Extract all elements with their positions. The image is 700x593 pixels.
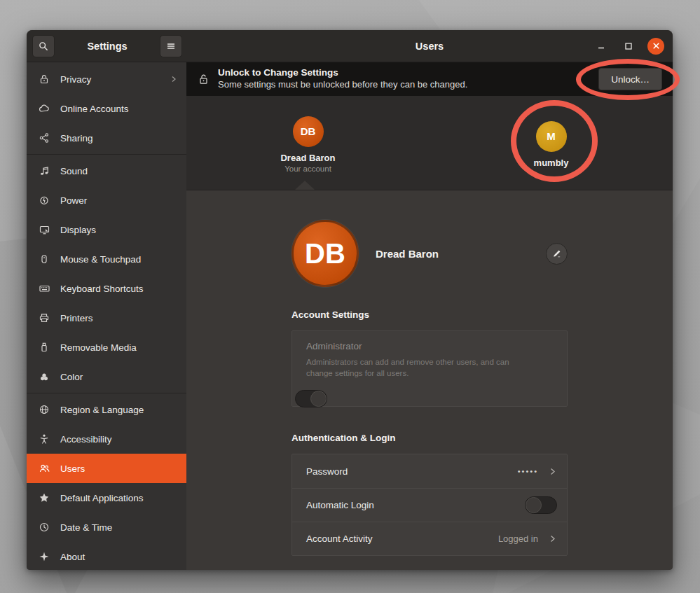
administrator-row: Administrator Administrators can add and…	[292, 331, 567, 406]
chevron-right-icon	[170, 75, 178, 83]
sidebar-items: Privacy Online Accounts Sharing	[27, 62, 186, 570]
sidebar-item-mouse-touchpad[interactable]: Mouse & Touchpad	[27, 244, 186, 274]
sidebar-item-online-accounts[interactable]: Online Accounts	[27, 94, 186, 123]
minimize-button[interactable]	[593, 38, 610, 55]
edit-name-button[interactable]	[546, 243, 568, 265]
sidebar-item-keyboard-shortcuts[interactable]: Keyboard Shortcuts	[27, 274, 186, 303]
profile-name: Dread Baron	[376, 248, 439, 260]
unlock-banner: Unlock to Change Settings Some settings …	[186, 62, 673, 96]
sidebar-item-users[interactable]: Users	[27, 454, 186, 483]
sidebar-item-label: Removable Media	[60, 342, 178, 353]
user-detail-panel: DB Dread Baron Account Settings Administ…	[186, 190, 673, 570]
lock-icon	[198, 73, 210, 85]
hamburger-icon	[165, 41, 177, 52]
carousel-user-mumbly[interactable]: M mumbly	[430, 96, 673, 190]
banner-title: Unlock to Change Settings	[218, 67, 590, 79]
automatic-login-label: Automatic Login	[306, 500, 374, 510]
sidebar-item-label: Sharing	[60, 133, 178, 144]
avatar: M	[536, 121, 567, 152]
mouse-icon	[38, 253, 50, 265]
sidebar: Settings Privacy Onl	[27, 30, 186, 570]
administrator-toggle[interactable]	[295, 390, 327, 407]
password-label: Password	[306, 466, 348, 477]
chevron-right-icon	[548, 534, 557, 543]
sidebar-item-sharing[interactable]: Sharing	[27, 123, 186, 153]
sidebar-item-label: Users	[60, 463, 178, 474]
main-panel: Users Unlock to Change Settings Some set…	[186, 30, 673, 570]
password-value: •••••	[518, 467, 538, 475]
sidebar-item-region-language[interactable]: Region & Language	[27, 395, 186, 424]
sidebar-item-label: Accessibility	[60, 434, 178, 445]
carousel-user-subtitle: Your account	[284, 165, 331, 173]
color-wheel-icon	[38, 371, 50, 382]
carousel-user-name: Dread Baron	[280, 153, 335, 163]
sidebar-item-label: Default Applications	[60, 493, 178, 503]
keyboard-icon	[38, 283, 50, 294]
authentication-login-card: Password ••••• Automatic Login	[291, 454, 568, 556]
printer-icon	[38, 312, 50, 323]
users-icon	[38, 463, 50, 474]
banner-subtitle: Some settings must be unlocked before th…	[218, 79, 590, 90]
sidebar-item-about[interactable]: About	[27, 542, 186, 570]
sidebar-item-color[interactable]: Color	[27, 362, 186, 391]
close-button[interactable]	[647, 38, 664, 55]
sidebar-item-displays[interactable]: Displays	[27, 215, 186, 244]
carousel-user-dread-baron[interactable]: DB Dread Baron Your account	[186, 96, 430, 190]
sidebar-item-sound[interactable]: Sound	[27, 156, 186, 186]
sidebar-item-label: Printers	[60, 313, 178, 323]
sparkle-icon	[38, 551, 50, 562]
sidebar-item-label: Power	[60, 195, 178, 206]
account-activity-value: Logged in	[498, 533, 538, 544]
close-icon	[652, 42, 660, 50]
sidebar-item-label: Color	[60, 372, 178, 382]
headerbar: Users	[186, 30, 673, 62]
unlock-button[interactable]: Unlock…	[598, 68, 662, 90]
share-icon	[38, 132, 50, 144]
administrator-description: Administrators can add and remove other …	[306, 356, 516, 379]
toggle-knob	[526, 497, 542, 513]
minimize-icon	[597, 42, 605, 50]
sidebar-item-label: Region & Language	[60, 405, 178, 415]
profile-avatar: DB	[291, 220, 359, 287]
user-carousel: DB Dread Baron Your account M mumbly	[186, 96, 673, 190]
display-icon	[38, 224, 50, 235]
sidebar-item-label: Date & Time	[60, 522, 178, 533]
power-icon	[38, 195, 50, 206]
cloud-icon	[38, 103, 50, 114]
flash-drive-icon	[38, 342, 50, 353]
sidebar-item-default-applications[interactable]: Default Applications	[27, 483, 186, 512]
sidebar-item-power[interactable]: Power	[27, 186, 186, 215]
clock-icon	[38, 522, 50, 533]
account-activity-row[interactable]: Account Activity Logged in	[292, 522, 567, 555]
section-title-authentication-login: Authentication & Login	[291, 433, 568, 443]
lock-icon	[38, 74, 50, 85]
sidebar-item-privacy[interactable]: Privacy	[27, 64, 186, 94]
menu-button[interactable]	[160, 35, 182, 57]
sidebar-item-printers[interactable]: Printers	[27, 303, 186, 333]
selected-user-arrow	[295, 181, 315, 190]
automatic-login-row: Automatic Login	[292, 488, 567, 522]
search-button[interactable]	[32, 35, 55, 57]
sidebar-item-accessibility[interactable]: Accessibility	[27, 424, 186, 454]
globe-icon	[38, 404, 50, 415]
music-note-icon	[38, 165, 50, 176]
chevron-right-icon	[548, 467, 557, 476]
sidebar-header: Settings	[27, 30, 186, 62]
star-icon	[38, 492, 50, 503]
sidebar-item-date-time[interactable]: Date & Time	[27, 512, 186, 542]
password-row[interactable]: Password •••••	[292, 454, 567, 488]
automatic-login-toggle[interactable]	[525, 496, 557, 514]
section-title-account-settings: Account Settings	[291, 309, 568, 320]
sidebar-item-removable-media[interactable]: Removable Media	[27, 333, 186, 362]
administrator-label: Administrator	[306, 341, 556, 351]
carousel-user-name: mumbly	[534, 158, 569, 168]
sidebar-title: Settings	[55, 41, 160, 52]
sidebar-item-label: Keyboard Shortcuts	[60, 284, 178, 294]
sidebar-item-label: Mouse & Touchpad	[60, 254, 178, 265]
maximize-button[interactable]	[620, 38, 637, 55]
account-settings-card: Administrator Administrators can add and…	[291, 330, 568, 407]
maximize-icon	[624, 42, 633, 50]
settings-window: Settings Privacy Onl	[27, 30, 673, 570]
window-controls	[593, 38, 664, 55]
sidebar-item-label: About	[60, 552, 178, 562]
